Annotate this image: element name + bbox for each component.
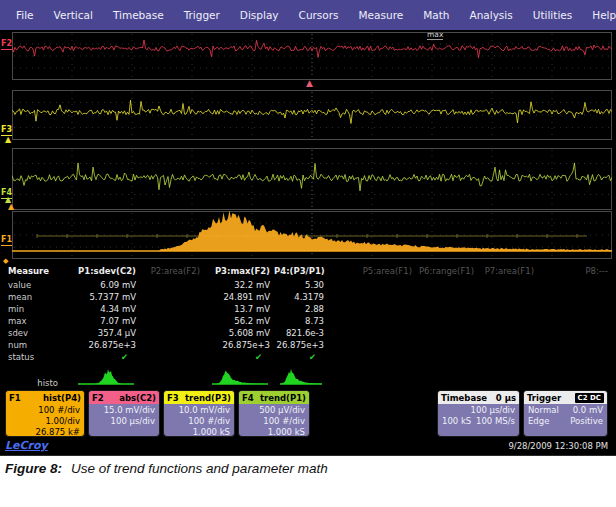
menu-item-math[interactable]: Math <box>413 9 459 21</box>
measure-col-header[interactable]: P7:area(F1) <box>478 266 538 280</box>
mini-histogram-icon <box>76 368 136 388</box>
waveform-grid-F3 <box>12 90 612 140</box>
measure-value <box>478 328 538 340</box>
measure-value <box>538 316 612 328</box>
measure-value <box>416 328 478 340</box>
menu-item-utilities[interactable]: Utilities <box>523 9 583 21</box>
measure-row-label: histo <box>0 366 62 388</box>
measure-value <box>140 328 204 340</box>
channel-descriptor-F4[interactable]: F4trend(P1)500 µV/div100 #/div1.000 kS <box>238 390 310 437</box>
measure-value <box>328 316 416 328</box>
mini-histogram-icon <box>278 368 324 388</box>
measure-value <box>538 292 612 304</box>
trigger-box-title: Trigger <box>527 393 561 403</box>
descriptor-function: trend(P1) <box>260 393 306 403</box>
measure-title: Measure <box>0 266 62 280</box>
measure-value <box>140 292 204 304</box>
measure-col-header[interactable]: P8:--- <box>538 266 612 280</box>
measure-value <box>416 292 478 304</box>
measure-value <box>140 304 204 316</box>
measure-table: MeasureP1:sdev(C2)P2:area(F2)P3:max(F2)P… <box>0 266 616 388</box>
trace-label-F1[interactable]: F1 <box>1 236 12 246</box>
menu-item-measure[interactable]: Measure <box>349 9 414 21</box>
timebase-box-title: Timebase <box>441 393 487 403</box>
trigger-time-marker: ▲ <box>306 79 313 87</box>
descriptor-id: F3 <box>167 393 179 403</box>
measure-col-header[interactable]: P3:max(F2) <box>204 266 274 280</box>
measure-value: 821.6e-3 <box>274 328 328 340</box>
measure-row-label: mean <box>0 292 62 304</box>
channel-descriptor-F1[interactable]: F1hist(P4)100 #/div1.00/div26.875 k# <box>5 390 85 437</box>
measure-histicon <box>62 366 140 388</box>
measure-value <box>328 280 416 292</box>
footer-bar: LeCroy 9/28/2009 12:30:08 PM <box>0 438 616 455</box>
measure-row-label: value <box>0 280 62 292</box>
timebase-box[interactable]: Timebase0 µs 100 µs/div100 kS100 MS/s <box>437 390 520 437</box>
measure-value: 4.3179 <box>274 292 328 304</box>
descriptor-line: 100 µs/div <box>93 416 155 427</box>
trigger-box-header: TriggerC2 DC <box>524 391 607 404</box>
oscilloscope-window: FileVerticalTimebaseTriggerDisplayCursor… <box>0 0 616 455</box>
measure-value <box>478 316 538 328</box>
measure-row-label: status <box>0 352 62 366</box>
measure-col-header[interactable]: P2:area(F2) <box>140 266 204 280</box>
lecroy-logo: LeCroy <box>5 439 48 452</box>
descriptor-function: hist(P4) <box>43 393 81 403</box>
timestamp: 9/28/2009 12:30:08 PM <box>508 441 608 451</box>
menu-item-file[interactable]: File <box>6 9 44 21</box>
descriptor-id: F4 <box>242 393 254 403</box>
menu-item-vertical[interactable]: Vertical <box>44 9 103 21</box>
measure-value <box>538 304 612 316</box>
measure-col-header[interactable]: P4:(P3/P1) <box>274 266 328 280</box>
menu-item-help[interactable]: Help <box>582 9 616 21</box>
measure-histicon <box>204 366 274 388</box>
descriptor-line: 1.000 kS <box>243 427 305 437</box>
status-check-icon: ✔ <box>204 352 274 366</box>
figure-caption: Figure 8:Use of trend functions and para… <box>5 461 328 476</box>
trigger-box-values: Normal0.0 mVEdgePositive <box>524 404 607 427</box>
menu-item-timebase[interactable]: Timebase <box>103 9 174 21</box>
measure-value: 26.875e+3 <box>62 340 140 352</box>
measure-value <box>416 340 478 352</box>
f3-offset-marker: ▲ <box>5 136 11 144</box>
measure-value <box>478 280 538 292</box>
measure-value <box>416 280 478 292</box>
menu-item-cursors[interactable]: Cursors <box>289 9 349 21</box>
channel-descriptor-F2[interactable]: F2abs(C2)15.0 mV/div100 µs/div <box>88 390 160 437</box>
descriptor-line: 1.00/div <box>10 416 80 427</box>
menu-item-analysis[interactable]: Analysis <box>459 9 522 21</box>
menu-item-display[interactable]: Display <box>230 9 289 21</box>
measure-value <box>478 304 538 316</box>
descriptor-values: 100 #/div1.00/div26.875 k# <box>6 404 84 437</box>
channel-descriptor-F3[interactable]: F3trend(P3)10.0 mV/div100 #/div1.000 kS <box>163 390 235 437</box>
figure-caption-text: Use of trend functions and parameter mat… <box>71 461 328 476</box>
measure-value <box>140 316 204 328</box>
measure-col-header[interactable]: P5:area(F1) <box>328 266 416 280</box>
measure-value <box>478 292 538 304</box>
measure-value <box>538 280 612 292</box>
descriptor-function: abs(C2) <box>119 393 156 403</box>
measure-row-label: sdev <box>0 328 62 340</box>
measure-value <box>416 316 478 328</box>
menu-item-trigger[interactable]: Trigger <box>174 9 230 21</box>
menu-bar: FileVerticalTimebaseTriggerDisplayCursor… <box>0 0 616 30</box>
descriptor-header: F1hist(P4) <box>6 391 84 404</box>
descriptor-values: 10.0 mV/div100 #/div1.000 kS <box>164 404 234 437</box>
timebase-box-line-item: 100 µs/div <box>471 405 515 416</box>
timebase-box-line-item: 100 MS/s <box>476 416 515 427</box>
trace-label-F2[interactable]: F2 <box>1 40 12 50</box>
timebase-box-line-item <box>442 405 445 416</box>
mini-histogram-icon <box>210 368 270 388</box>
trigger-box-line-item: Positive <box>570 416 603 427</box>
waveform-grid-F1 <box>12 211 612 259</box>
measure-col-header[interactable]: P6:range(F1) <box>416 266 478 280</box>
measure-value <box>140 280 204 292</box>
trigger-box[interactable]: TriggerC2 DCNormal0.0 mVEdgePositive <box>523 390 608 437</box>
timebase-box-value: 0 µs <box>496 393 516 403</box>
measure-col-header[interactable]: P1:sdev(C2) <box>62 266 140 280</box>
status-check-icon <box>416 352 478 366</box>
waveform-grid-F4 <box>12 148 612 210</box>
descriptor-values: 15.0 mV/div100 µs/div <box>89 404 159 437</box>
timebase-box-values: 100 µs/div100 kS100 MS/s <box>438 404 519 427</box>
measure-row-label: max <box>0 316 62 328</box>
